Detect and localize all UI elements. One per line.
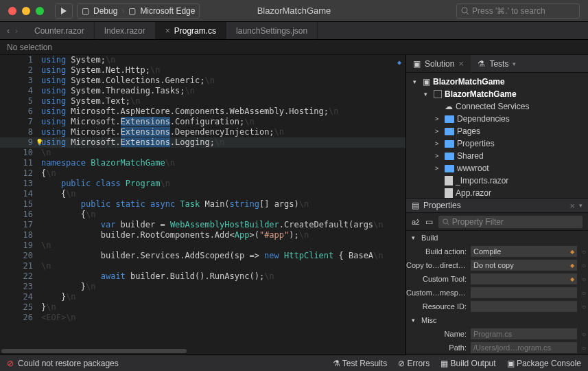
chevron-icon[interactable]: > bbox=[435, 153, 442, 159]
zoom-window-button[interactable] bbox=[36, 7, 44, 15]
chevron-icon[interactable]: ▾ bbox=[424, 91, 431, 98]
code-line[interactable]: 26<EOF>\n bbox=[0, 313, 405, 323]
tab-program-cs[interactable]: × Program.cs bbox=[156, 22, 226, 39]
code-line[interactable]: 19\n bbox=[0, 240, 405, 251]
tree-item[interactable]: App.razor bbox=[406, 187, 588, 198]
code-line[interactable]: 10\n bbox=[0, 148, 405, 158]
close-window-button[interactable] bbox=[8, 7, 16, 15]
code-line[interactable]: 21\n bbox=[0, 261, 405, 271]
property-value-input[interactable]: Do not copy bbox=[471, 260, 577, 271]
reset-button[interactable]: ○ bbox=[580, 248, 588, 256]
tree-item-label: BlazorMatchGame bbox=[445, 89, 517, 99]
code-line[interactable]: 1using System;\n bbox=[0, 55, 405, 65]
code-line[interactable]: 8using Microsoft.Extensions.DependencyIn… bbox=[0, 127, 405, 137]
code-line[interactable]: 23 }\n bbox=[0, 282, 405, 292]
code-line[interactable]: 16 {\n bbox=[0, 210, 405, 220]
tab-counter-razor[interactable]: Counter.razor bbox=[25, 22, 95, 39]
chevron-icon[interactable]: > bbox=[435, 128, 442, 135]
code-line[interactable]: 💡9using Microsoft.Extensions.Logging;\n bbox=[0, 137, 405, 148]
property-row: Name:Program.cs○ bbox=[406, 327, 588, 341]
property-value-input[interactable]: Compile bbox=[471, 246, 577, 257]
chevron-icon[interactable]: > bbox=[435, 115, 442, 122]
nav-forward-button[interactable]: › bbox=[15, 26, 18, 36]
code-line[interactable]: 7using Microsoft.Extensions.Configuratio… bbox=[0, 117, 405, 127]
property-label: Copy to…directory: bbox=[406, 261, 471, 269]
reset-button[interactable]: ○ bbox=[580, 262, 588, 269]
tab-label: Tests bbox=[489, 59, 508, 69]
tree-item[interactable]: >Shared bbox=[406, 150, 588, 162]
code-line[interactable]: 11namespace BlazorMatchGame\n bbox=[0, 158, 405, 168]
pin-icon[interactable]: ⤫ bbox=[569, 202, 575, 210]
tree-item[interactable]: >wwwroot bbox=[406, 162, 588, 175]
tests-tab[interactable]: ⚗ Tests ▾ bbox=[471, 55, 523, 72]
tab-launchsettings-json[interactable]: launchSettings.json bbox=[226, 22, 318, 39]
code-line[interactable]: 20 builder.Services.AddScoped(sp => new … bbox=[0, 251, 405, 261]
code-line[interactable]: 2using System.Net.Http;\n bbox=[0, 65, 405, 76]
chevron-icon[interactable]: > bbox=[435, 165, 442, 172]
code-line[interactable]: 22 await builder.Build().RunAsync();\n bbox=[0, 271, 405, 282]
code-line[interactable]: 5using System.Text;\n bbox=[0, 96, 405, 106]
solution-tree[interactable]: ▾▣BlazorMatchGame▾BlazorMatchGame☁Connec… bbox=[406, 73, 588, 198]
chevron-down-icon[interactable]: ▾ bbox=[412, 317, 419, 324]
scrollbar-thumb[interactable] bbox=[1, 349, 187, 353]
code-line[interactable]: 24 }\n bbox=[0, 292, 405, 302]
reset-button[interactable]: ○ bbox=[580, 344, 588, 352]
code-line[interactable]: 25}\n bbox=[0, 302, 405, 313]
chevron-down-icon[interactable]: ▾ bbox=[579, 202, 583, 209]
tab-index-razor[interactable]: Index.razor bbox=[95, 22, 156, 39]
tree-item[interactable]: ▾BlazorMatchGame bbox=[406, 88, 588, 100]
reset-button[interactable]: ○ bbox=[580, 289, 588, 297]
code-line[interactable]: 18 builder.RootComponents.Add<App>("#app… bbox=[0, 230, 405, 240]
property-value-input[interactable] bbox=[471, 273, 577, 284]
global-search-input[interactable]: Press '⌘.' to search bbox=[456, 3, 580, 19]
close-tab-button[interactable]: × bbox=[165, 26, 170, 36]
property-value-input[interactable] bbox=[471, 301, 577, 312]
tree-item[interactable]: ▾▣BlazorMatchGame bbox=[406, 76, 588, 88]
reset-button[interactable]: ○ bbox=[580, 276, 588, 283]
code-line[interactable]: 3using System.Collections.Generic;\n bbox=[0, 76, 405, 86]
property-value-input[interactable]: /Users/jord…rogram.cs bbox=[471, 342, 577, 353]
categorize-button[interactable]: ▭ bbox=[425, 217, 433, 227]
minimize-window-button[interactable] bbox=[22, 7, 30, 15]
property-label: Build action: bbox=[406, 247, 471, 256]
code-line[interactable]: 6using Microsoft.AspNetCore.Components.W… bbox=[0, 106, 405, 117]
solution-tab[interactable]: ▣ Solution ⤫ bbox=[406, 55, 471, 72]
tree-item[interactable]: _Imports.razor bbox=[406, 175, 588, 187]
code-editor[interactable]: ◆ 1using System;\n2using System.Net.Http… bbox=[0, 55, 405, 348]
tree-item[interactable]: >Dependencies bbox=[406, 113, 588, 125]
code-line[interactable]: 12{\n bbox=[0, 168, 405, 179]
lightbulb-icon[interactable]: 💡 bbox=[36, 137, 43, 148]
reset-button[interactable]: ○ bbox=[580, 330, 588, 338]
status-build-output[interactable]: ▦ Build Output bbox=[440, 359, 495, 368]
status-package-console[interactable]: ▣ Package Console bbox=[507, 359, 581, 368]
tree-item[interactable]: ☁Connected Services bbox=[406, 100, 588, 113]
tree-item[interactable]: >Properties bbox=[406, 137, 588, 150]
breadcrumb[interactable]: No selection bbox=[0, 40, 588, 55]
status-error-message[interactable]: Could not restore packages bbox=[18, 359, 119, 368]
chevron-icon[interactable]: ▾ bbox=[413, 78, 420, 85]
reset-button[interactable]: ○ bbox=[580, 303, 588, 311]
property-value-input[interactable] bbox=[471, 287, 577, 298]
code-line[interactable]: 15 public static async Task Main(string[… bbox=[0, 199, 405, 210]
code-line[interactable]: 4using System.Threading.Tasks;\n bbox=[0, 86, 405, 96]
run-button[interactable] bbox=[55, 3, 73, 19]
property-value-input[interactable]: Program.cs bbox=[471, 328, 577, 339]
tree-item[interactable]: >Pages bbox=[406, 125, 588, 137]
run-target-selector[interactable]: ▢ Debug › ▢ Microsoft Edge bbox=[77, 3, 200, 19]
property-filter-input[interactable]: Property Filter bbox=[438, 216, 583, 228]
code-line[interactable]: 14 {\n bbox=[0, 189, 405, 199]
status-errors[interactable]: ⊘ Errors bbox=[398, 359, 430, 368]
status-test-results[interactable]: ⚗ Test Results bbox=[333, 359, 387, 368]
code-line[interactable]: 13 public class Program\n bbox=[0, 179, 405, 189]
code-line[interactable]: 17 var builder = WebAssemblyHostBuilder.… bbox=[0, 220, 405, 230]
nav-back-button[interactable]: ‹ bbox=[7, 26, 10, 36]
horizontal-scrollbar[interactable] bbox=[0, 348, 405, 355]
sort-alpha-button[interactable]: aż bbox=[412, 218, 420, 226]
property-group-header[interactable]: ▾Build bbox=[406, 231, 588, 245]
chevron-icon[interactable]: > bbox=[435, 140, 442, 147]
tab-label: Solution bbox=[425, 59, 454, 69]
chevron-down-icon[interactable]: ▾ bbox=[412, 234, 419, 241]
tree-item-label: Shared bbox=[457, 151, 484, 161]
pin-icon[interactable]: ⤫ bbox=[458, 60, 464, 67]
property-group-header[interactable]: ▾Misc bbox=[406, 313, 588, 327]
